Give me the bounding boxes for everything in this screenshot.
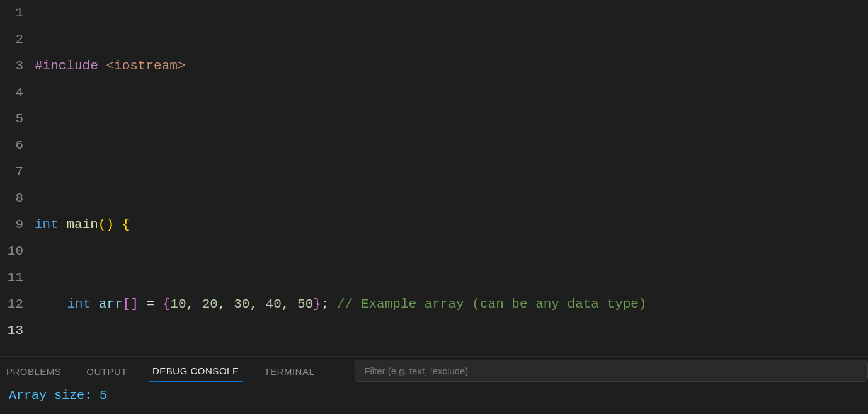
brace: { (122, 217, 130, 232)
line-number: 12 (0, 291, 23, 318)
line-number: 4 (0, 79, 23, 106)
line-number: 6 (0, 132, 23, 159)
operator: = (139, 297, 163, 311)
tab-problems[interactable]: PROBLEMS (3, 360, 65, 382)
line-number: 5 (0, 106, 23, 132)
brace: { (163, 297, 171, 311)
brace: } (313, 297, 321, 311)
variable: arr (99, 297, 123, 311)
parentheses: () (98, 217, 114, 232)
line-number: 7 (0, 159, 23, 185)
line-number: 10 (0, 238, 23, 265)
tab-output[interactable]: OUTPUT (83, 360, 131, 382)
number: 40 (266, 297, 282, 311)
code-line (35, 132, 868, 159)
line-number-current: 13 (0, 318, 23, 344)
line-number: 1 (0, 0, 23, 26)
preprocessor-directive: #include (35, 59, 98, 73)
code-line: int arr[] = {10, 20, 30, 40, 50}; // Exa… (35, 291, 868, 318)
number: 20 (202, 297, 218, 311)
filter-input[interactable] (355, 360, 868, 382)
code-area[interactable]: #include <iostream> int main() { int arr… (35, 0, 868, 356)
number: 50 (297, 297, 313, 311)
semicolon: ; (321, 297, 329, 311)
line-number: 9 (0, 212, 23, 238)
line-number: 8 (0, 185, 23, 212)
function-name: main (66, 217, 98, 232)
include-path: <iostream> (106, 59, 185, 73)
panel-filter (355, 360, 868, 382)
line-number-gutter: 1 2 3 4 5 6 7 8 9 10 11 12 13 (0, 0, 35, 356)
keyword: int (67, 297, 91, 311)
line-number: 3 (0, 53, 23, 79)
code-line: #include <iostream> (35, 53, 868, 79)
keyword: int (35, 217, 59, 232)
comment: // Example array (can be any data type) (337, 297, 646, 311)
brackets: [] (123, 297, 139, 311)
code-editor[interactable]: 1 2 3 4 5 6 7 8 9 10 11 12 13 #include <… (0, 0, 868, 356)
line-number: 11 (0, 265, 23, 291)
number: 10 (170, 297, 186, 311)
line-number: 2 (0, 26, 23, 53)
tab-terminal[interactable]: TERMINAL (260, 360, 318, 382)
number: 30 (234, 297, 249, 311)
bottom-panel: PROBLEMS OUTPUT DEBUG CONSOLE TERMINAL A… (0, 356, 868, 414)
debug-console-output[interactable]: Array size: 5 (0, 384, 868, 406)
panel-tab-bar: PROBLEMS OUTPUT DEBUG CONSOLE TERMINAL (0, 357, 868, 384)
console-line: Array size: 5 (9, 388, 859, 403)
code-line: int main() { (35, 212, 868, 238)
tab-debug-console[interactable]: DEBUG CONSOLE (149, 359, 243, 382)
